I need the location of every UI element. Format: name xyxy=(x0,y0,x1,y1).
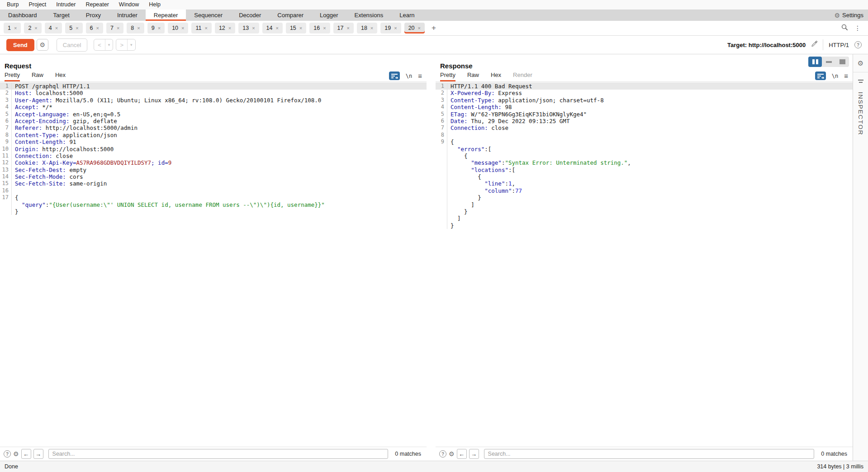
menu-item-window[interactable]: Window xyxy=(114,0,144,10)
menu-item-burp[interactable]: Burp xyxy=(2,0,24,10)
repeater-tab-17[interactable]: 17× xyxy=(333,23,354,33)
repeater-tab-13[interactable]: 13× xyxy=(238,23,259,33)
tab-close-icon[interactable]: × xyxy=(299,25,302,31)
show-newlines-icon[interactable]: \n xyxy=(406,73,412,79)
response-search-input[interactable] xyxy=(484,449,815,459)
menu-item-help[interactable]: Help xyxy=(144,0,166,10)
tab-close-icon[interactable]: × xyxy=(394,25,397,31)
cancel-button[interactable]: Cancel xyxy=(57,38,87,52)
inspector-gear-icon[interactable]: ⚙ xyxy=(858,60,863,67)
tab-close-icon[interactable]: × xyxy=(323,25,326,31)
view-tab-hex[interactable]: Hex xyxy=(491,72,501,81)
repeater-tab-7[interactable]: 7× xyxy=(106,23,123,33)
send-button[interactable]: Send xyxy=(6,39,34,51)
search-icon[interactable] xyxy=(841,24,848,33)
request-search-input[interactable] xyxy=(48,449,389,459)
tab-close-icon[interactable]: × xyxy=(181,25,184,31)
repeater-tab-18[interactable]: 18× xyxy=(357,23,377,33)
repeater-tab-2[interactable]: 2× xyxy=(24,23,41,33)
tab-close-icon[interactable]: × xyxy=(370,25,373,31)
tab-close-icon[interactable]: × xyxy=(252,25,255,31)
tab-extensions[interactable]: Extensions xyxy=(346,10,392,21)
repeater-tab-15[interactable]: 15× xyxy=(286,23,306,33)
tab-close-icon[interactable]: × xyxy=(96,25,99,31)
layout-rows-button[interactable] xyxy=(822,57,835,67)
repeater-tab-6[interactable]: 6× xyxy=(86,23,103,33)
tab-close-icon[interactable]: × xyxy=(347,25,350,31)
settings-area[interactable]: ⚙ Settings xyxy=(834,10,868,21)
search-prev-button[interactable]: ← xyxy=(21,449,31,459)
tab-close-icon[interactable]: × xyxy=(418,25,421,31)
tab-close-icon[interactable]: × xyxy=(204,25,207,31)
search-help-icon[interactable]: ? xyxy=(439,450,446,458)
tab-intruder[interactable]: Intruder xyxy=(109,10,146,21)
repeater-tab-9[interactable]: 9× xyxy=(147,23,165,33)
tab-learn[interactable]: Learn xyxy=(391,10,422,21)
repeater-tab-19[interactable]: 19× xyxy=(380,23,401,33)
search-settings-icon[interactable]: ⚙ xyxy=(449,451,455,457)
view-tab-render[interactable]: Render xyxy=(513,72,532,81)
tab-dashboard[interactable]: Dashboard xyxy=(0,10,45,21)
tab-close-icon[interactable]: × xyxy=(34,25,37,31)
search-next-button[interactable]: → xyxy=(469,449,479,459)
history-forward-button[interactable]: > xyxy=(116,39,127,50)
search-next-button[interactable]: → xyxy=(33,449,43,459)
menu-item-repeater[interactable]: Repeater xyxy=(81,0,114,10)
tab-target[interactable]: Target xyxy=(45,10,78,21)
layout-single-button[interactable] xyxy=(835,57,849,67)
tab-repeater[interactable]: Repeater xyxy=(146,10,186,21)
view-tab-pretty[interactable]: Pretty xyxy=(5,72,20,81)
view-tab-hex[interactable]: Hex xyxy=(55,72,66,81)
repeater-tab-10[interactable]: 10× xyxy=(168,23,188,33)
tab-comparer[interactable]: Comparer xyxy=(269,10,312,21)
tab-close-icon[interactable]: × xyxy=(275,25,278,31)
tab-close-icon[interactable]: × xyxy=(14,25,17,31)
view-tab-raw[interactable]: Raw xyxy=(32,72,43,81)
repeater-tab-5[interactable]: 5× xyxy=(65,23,82,33)
tab-close-icon[interactable]: × xyxy=(158,25,161,31)
history-back-button[interactable]: < xyxy=(94,39,105,50)
edit-target-pencil-icon[interactable] xyxy=(811,40,818,49)
menu-item-intruder[interactable]: Intruder xyxy=(51,0,81,10)
send-options-button[interactable]: ⚙ xyxy=(37,39,48,51)
layout-columns-button[interactable] xyxy=(808,57,822,67)
history-forward-dropdown[interactable]: ▾ xyxy=(127,39,135,50)
prettify-icon[interactable] xyxy=(389,72,400,80)
repeater-tab-20[interactable]: 20× xyxy=(404,23,425,33)
history-back-dropdown[interactable]: ▾ xyxy=(105,39,113,50)
response-editor[interactable]: 1HTTP/1.1 400 Bad Request2X-Powered-By: … xyxy=(436,82,853,447)
request-editor[interactable]: 1POST /graphql HTTP/1.12Host: localhost:… xyxy=(0,82,427,447)
tab-proxy[interactable]: Proxy xyxy=(78,10,109,21)
inspector-sidebar[interactable]: ⚙ INSPECTOR xyxy=(853,54,868,461)
add-tab-button[interactable]: + xyxy=(428,24,440,33)
search-settings-icon[interactable]: ⚙ xyxy=(13,451,19,457)
editor-menu-icon[interactable]: ≡ xyxy=(418,72,422,80)
help-icon[interactable]: ? xyxy=(854,41,862,48)
tab-decoder[interactable]: Decoder xyxy=(231,10,269,21)
tab-close-icon[interactable]: × xyxy=(117,25,119,31)
repeater-tab-16[interactable]: 16× xyxy=(309,23,330,33)
search-help-icon[interactable]: ? xyxy=(4,450,11,458)
repeater-tab-1[interactable]: 1× xyxy=(4,23,21,33)
search-prev-button[interactable]: ← xyxy=(457,449,467,459)
repeater-tab-11[interactable]: 11× xyxy=(191,23,211,33)
view-tab-raw[interactable]: Raw xyxy=(467,72,479,81)
show-newlines-icon[interactable]: \n xyxy=(832,73,838,79)
repeater-tab-4[interactable]: 4× xyxy=(45,23,62,33)
view-tab-pretty[interactable]: Pretty xyxy=(440,72,455,81)
repeater-tab-14[interactable]: 14× xyxy=(262,23,283,33)
menu-item-project[interactable]: Project xyxy=(24,0,51,10)
tab-close-icon[interactable]: × xyxy=(137,25,140,31)
tab-close-icon[interactable]: × xyxy=(228,25,231,31)
tab-sequencer[interactable]: Sequencer xyxy=(186,10,231,21)
kebab-menu-icon[interactable]: ⋮ xyxy=(854,24,861,32)
tab-logger[interactable]: Logger xyxy=(312,10,346,21)
repeater-tab-8[interactable]: 8× xyxy=(127,23,144,33)
tab-close-icon[interactable]: × xyxy=(76,25,78,31)
prettify-icon[interactable] xyxy=(815,72,826,80)
editor-menu-icon[interactable]: ≡ xyxy=(844,72,848,80)
repeater-tab-12[interactable]: 12× xyxy=(215,23,235,33)
code-segment: Content-Length: xyxy=(451,104,502,110)
inspector-sliders-icon[interactable] xyxy=(858,80,863,83)
tab-close-icon[interactable]: × xyxy=(55,25,58,31)
